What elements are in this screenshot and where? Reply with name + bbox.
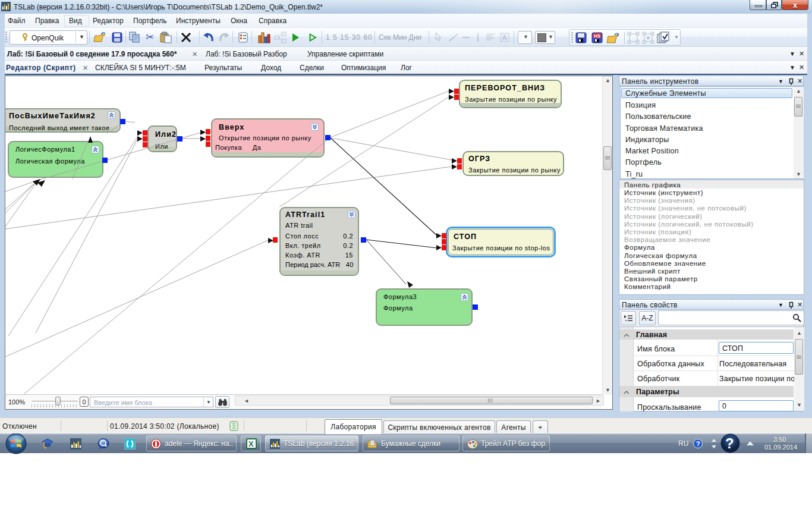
svg-text:X: X	[248, 439, 254, 448]
svg-text:?: ?	[696, 440, 700, 447]
svg-text:A: A	[502, 34, 507, 41]
svg-text:?: ?	[725, 435, 734, 451]
svg-text:HS: HS	[594, 33, 601, 39]
